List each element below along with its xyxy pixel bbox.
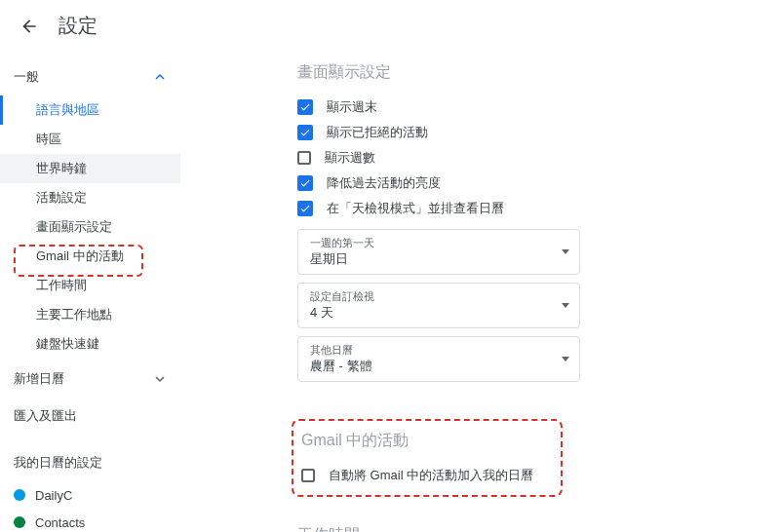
section-title-working-hours: 工作時間 [297,525,760,532]
checkbox-label: 在「天檢視模式」並排查看日曆 [327,200,504,217]
checkbox-label: 降低過去活動的亮度 [327,174,441,192]
checkbox-dim-past-events[interactable] [297,175,313,191]
dropdown-other-calendars[interactable]: 其他日曆 農曆 - 繁體 [297,336,580,382]
checkbox-label: 自動將 Gmail 中的活動加入我的日曆 [329,467,533,484]
checkbox-auto-add-gmail-events[interactable] [301,469,315,482]
sidebar-item-timezone[interactable]: 時區 [0,125,180,154]
chevron-up-icon [155,70,165,85]
sidebar-item-world-clock[interactable]: 世界時鐘 [0,154,180,183]
sidebar-calendar-item[interactable]: DailyC [0,481,180,509]
dropdown-custom-view[interactable]: 設定自訂檢視 4 天 [297,283,580,328]
sidebar-item-gmail-events[interactable]: Gmail 中的活動 [0,242,180,271]
sidebar-section-add-calendar[interactable]: 新增日曆 [0,361,180,398]
checkbox-label: 顯示週末 [327,98,377,116]
dropdown-value: 農曆 - 繁體 [310,358,372,375]
sidebar-section-label: 新增日曆 [14,370,64,388]
sidebar-section-label: 我的日曆的設定 [14,454,102,472]
sidebar-section-my-calendars: 我的日曆的設定 [0,444,180,481]
sidebar-section-label: 匯入及匯出 [14,407,77,425]
caret-down-icon [562,303,569,308]
dropdown-label: 其他日曆 [310,343,372,358]
checkbox-show-weekends[interactable] [297,99,313,115]
checkbox-show-declined[interactable] [297,125,313,140]
caret-down-icon [562,357,569,361]
page-title: 設定 [58,13,98,39]
sidebar-section-label: 一般 [14,68,39,86]
sidebar-item-display-settings[interactable]: 畫面顯示設定 [0,212,180,242]
dropdown-first-day-of-week[interactable]: 一週的第一天 星期日 [297,229,580,275]
back-icon[interactable] [20,17,39,36]
checkbox-show-week-numbers[interactable] [297,151,311,165]
calendar-color-dot [14,489,25,501]
sidebar-item-working-location[interactable]: 主要工作地點 [0,300,180,329]
dropdown-label: 一週的第一天 [310,236,374,250]
checkbox-side-by-side-day-view[interactable] [297,201,313,216]
sidebar-calendar-item[interactable]: Contacts [0,509,180,532]
sidebar-item-working-hours[interactable]: 工作時間 [0,271,180,300]
caret-down-icon [562,249,569,254]
sidebar-section-general[interactable]: 一般 [0,58,180,95]
checkbox-label: 顯示已拒絕的活動 [327,124,428,141]
chevron-down-icon [155,372,165,387]
checkbox-label: 顯示週數 [325,149,375,167]
sidebar: 一般 語言與地區 時區 世界時鐘 活動設定 畫面顯示設定 Gmail 中的活動 … [0,53,180,532]
sidebar-item-event-settings[interactable]: 活動設定 [0,183,180,212]
sidebar-section-import-export[interactable]: 匯入及匯出 [0,398,180,435]
dropdown-value: 星期日 [310,250,374,268]
dropdown-label: 設定自訂檢視 [310,289,374,304]
sidebar-item-keyboard-shortcuts[interactable]: 鍵盤快速鍵 [0,329,180,359]
sidebar-item-language-region[interactable]: 語言與地區 [0,95,180,125]
dropdown-value: 4 天 [310,304,374,322]
section-title-gmail: Gmail 中的活動 [301,431,757,451]
calendar-color-dot [14,516,25,528]
section-title-display: 畫面顯示設定 [297,62,760,83]
main-content: 畫面顯示設定 顯示週末 顯示已拒絕的活動 顯示週數 降低過去活動的亮度 在「天檢… [180,53,780,532]
